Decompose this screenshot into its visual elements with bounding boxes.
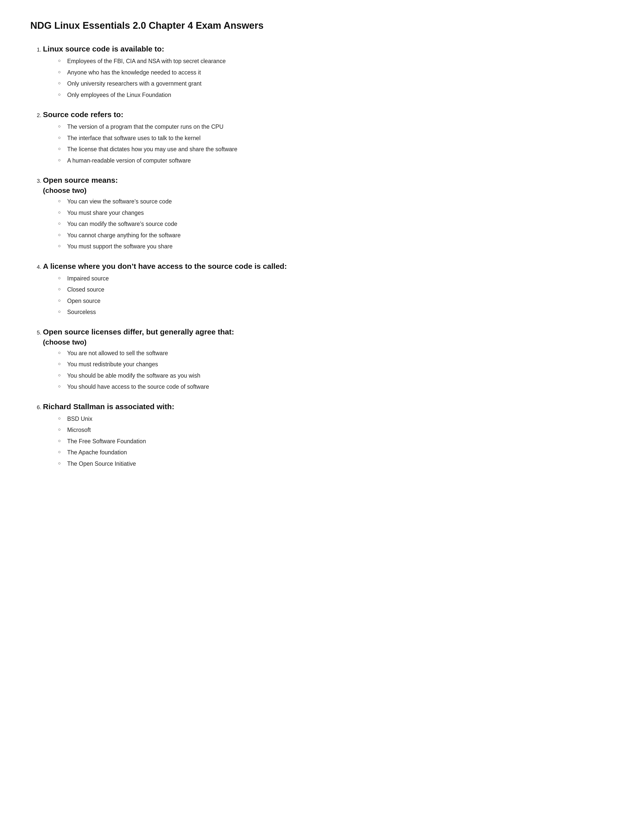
answer-5-3: You should be able modify the software a…: [58, 371, 323, 380]
answer-3-4: You cannot charge anything for the softw…: [58, 231, 323, 240]
choose-two-label-3: (choose two): [43, 187, 323, 195]
answer-list-6: BSD UnixMicrosoftThe Free Software Found…: [43, 415, 323, 468]
answer-4-4: Sourceless: [58, 308, 323, 317]
answer-list-5: You are not allowed to sell the software…: [43, 349, 323, 391]
answer-1-1: Employees of the FBI, CIA and NSA with t…: [58, 57, 323, 66]
question-3: Open source means:(choose two)You can vi…: [43, 175, 323, 251]
answer-6-5: The Open Source Initiative: [58, 460, 323, 468]
answer-list-4: Impaired sourceClosed sourceOpen sourceS…: [43, 274, 323, 317]
question-text-2: Source code refers to:: [43, 109, 323, 120]
answer-3-5: You must support the software you share: [58, 242, 323, 251]
answer-2-2: The interface that software uses to talk…: [58, 134, 323, 143]
answer-6-3: The Free Software Foundation: [58, 437, 323, 446]
question-text-1: Linux source code is available to:: [43, 43, 323, 54]
answer-5-4: You should have access to the source cod…: [58, 383, 323, 391]
choose-two-label-5: (choose two): [43, 338, 323, 346]
answer-6-4: The Apache foundation: [58, 448, 323, 457]
answer-1-3: Only university researchers with a gover…: [58, 79, 323, 88]
question-2: Source code refers to:The version of a p…: [43, 109, 323, 165]
question-6: Richard Stallman is associated with:BSD …: [43, 401, 323, 468]
page-title: NDG Linux Essentials 2.0 Chapter 4 Exam …: [30, 20, 323, 31]
answer-list-2: The version of a program that the comput…: [43, 122, 323, 165]
answer-4-2: Closed source: [58, 285, 323, 294]
questions-list: Linux source code is available to:Employ…: [30, 43, 323, 468]
answer-list-3: You can view the software’s source codeY…: [43, 197, 323, 251]
answer-3-3: You can modify the software’s source cod…: [58, 220, 323, 228]
answer-4-1: Impaired source: [58, 274, 323, 283]
answer-2-3: The license that dictates how you may us…: [58, 145, 323, 154]
question-text-6: Richard Stallman is associated with:: [43, 401, 323, 412]
answer-5-1: You are not allowed to sell the software: [58, 349, 323, 358]
question-text-3: Open source means:: [43, 175, 323, 185]
question-4: A license where you don’t have access to…: [43, 261, 323, 317]
answer-6-1: BSD Unix: [58, 415, 323, 423]
question-text-5: Open source licenses differ, but general…: [43, 326, 323, 337]
answer-3-1: You can view the software’s source code: [58, 197, 323, 206]
answer-1-2: Anyone who has the knowledge needed to a…: [58, 68, 323, 77]
answer-2-4: A human-readable version of computer sof…: [58, 156, 323, 165]
answer-list-1: Employees of the FBI, CIA and NSA with t…: [43, 57, 323, 99]
question-text-4: A license where you don’t have access to…: [43, 261, 323, 272]
question-5: Open source licenses differ, but general…: [43, 326, 323, 391]
answer-3-2: You must share your changes: [58, 209, 323, 217]
answer-4-3: Open source: [58, 297, 323, 306]
answer-6-2: Microsoft: [58, 426, 323, 434]
answer-1-4: Only employees of the Linux Foundation: [58, 91, 323, 100]
answer-2-1: The version of a program that the comput…: [58, 122, 323, 131]
question-1: Linux source code is available to:Employ…: [43, 43, 323, 99]
answer-5-2: You must redistribute your changes: [58, 360, 323, 369]
